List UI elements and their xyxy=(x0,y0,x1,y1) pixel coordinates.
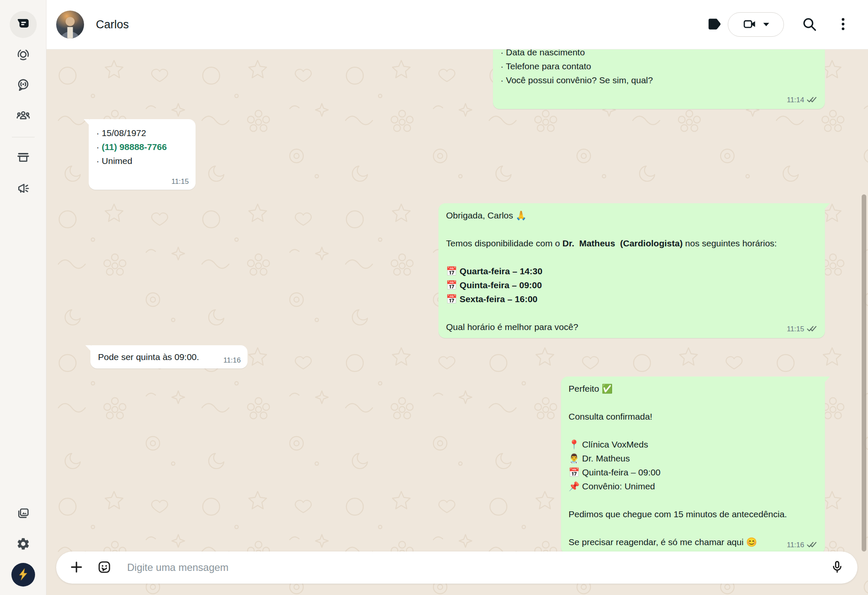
sidebar-item-chats[interactable] xyxy=(10,11,37,38)
message-bubble-in[interactable]: · 15/08/1972· (11) 98888-7766· Unimed11:… xyxy=(89,119,196,190)
double-check-icon xyxy=(807,324,818,334)
message-meta: 11:16 xyxy=(787,540,818,550)
plus-icon xyxy=(69,560,84,576)
mic-icon xyxy=(830,560,844,576)
sidebar-item-media[interactable] xyxy=(10,500,37,527)
media-icon xyxy=(16,506,30,522)
message-line: Pode ser quinta às 09:00. xyxy=(98,350,212,364)
message-time: 11:14 xyxy=(787,96,804,104)
message-line: 📅 Sexta-feira – 16:00 xyxy=(446,292,817,306)
chat-panel: Carlos xyxy=(46,0,868,595)
message-line: 👨‍⚕️ Dr. Matheus xyxy=(569,451,817,465)
menu-button[interactable] xyxy=(835,16,851,33)
message-line: Perfeito ✅ xyxy=(569,382,817,396)
message-bubble-in[interactable]: Pode ser quinta às 09:00.11:16 xyxy=(90,345,248,368)
message-line: 📅 Quarta-feira – 14:30 xyxy=(446,264,817,278)
message-line: · Unimed xyxy=(96,154,188,168)
status-updates-icon xyxy=(16,47,30,63)
message-line: · Telefone para contato xyxy=(501,59,817,73)
chat-scrollbar[interactable] xyxy=(862,194,866,551)
message-line: · (11) 98888-7766 xyxy=(96,140,188,154)
contact-avatar[interactable] xyxy=(56,11,84,38)
profile-avatar[interactable] xyxy=(11,563,35,587)
sidebar-item-settings[interactable] xyxy=(10,531,37,558)
message-line: Consulta confirmada! xyxy=(569,409,817,423)
video-call-icon xyxy=(743,17,757,33)
contact-name[interactable]: Carlos xyxy=(96,18,129,31)
sticker-icon xyxy=(97,560,112,576)
message-line: 📅 Quinta-feira – 09:00 xyxy=(569,465,817,479)
message-input[interactable] xyxy=(126,561,826,574)
message-line: Qual horário é melhor para você? xyxy=(446,320,817,334)
chat-header: Carlos xyxy=(46,0,868,49)
message-composer xyxy=(56,551,857,584)
gear-icon xyxy=(16,537,30,552)
storefront-icon xyxy=(16,151,30,166)
sidebar-item-communities[interactable] xyxy=(10,102,37,129)
message-line: Temos disponibilidade com o Dr. Matheus … xyxy=(446,236,817,250)
message-time: 11:16 xyxy=(223,356,241,365)
message-bubble-out[interactable]: Perfeito ✅ Consulta confirmada! 📍 Clínic… xyxy=(561,377,825,554)
double-check-icon xyxy=(807,540,818,550)
kebab-menu-icon xyxy=(835,16,851,33)
chat-area: · Data de nascimento· Telefone para cont… xyxy=(46,49,868,595)
message-line: · Data de nascimento xyxy=(501,49,817,59)
message-line: · Você possui convênio? Se sim, qual? xyxy=(501,73,817,87)
message-bubble-out[interactable]: Obrigada, Carlos 🙏 Temos disponibilidade… xyxy=(438,203,825,338)
sidebar-item-status[interactable] xyxy=(10,41,37,68)
message-line xyxy=(569,423,817,437)
channels-icon xyxy=(16,78,30,93)
sidebar xyxy=(0,0,46,595)
lightning-bolt-icon xyxy=(16,567,30,583)
whatsapp-app: Carlos xyxy=(0,0,868,595)
chevron-down-icon xyxy=(763,22,770,28)
label-button[interactable] xyxy=(706,16,722,33)
attach-button[interactable] xyxy=(65,557,87,579)
message-meta: 11:16 xyxy=(223,356,241,365)
message-line: Pedimos que chegue com 15 minutos de ant… xyxy=(569,507,817,521)
search-button[interactable] xyxy=(801,16,817,33)
message-line xyxy=(446,222,817,236)
communities-icon xyxy=(16,108,30,124)
megaphone-icon xyxy=(16,181,30,197)
sticker-button[interactable] xyxy=(93,557,115,579)
message-time: 11:16 xyxy=(787,541,804,549)
message-meta: 11:15 xyxy=(787,324,818,334)
message-time: 11:15 xyxy=(787,325,804,333)
phone-number-link[interactable]: (11) 98888-7766 xyxy=(102,142,167,152)
label-icon xyxy=(706,16,722,33)
video-call-button[interactable] xyxy=(728,12,784,37)
double-check-icon xyxy=(807,95,818,105)
message-line xyxy=(446,250,817,264)
message-meta: 11:14 xyxy=(787,95,818,105)
message-meta: 11:15 xyxy=(171,177,189,186)
search-icon xyxy=(801,16,817,33)
message-line xyxy=(569,396,817,409)
message-bubble-out[interactable]: · Data de nascimento· Telefone para cont… xyxy=(493,49,825,109)
message-line: · 15/08/1972 xyxy=(96,126,188,140)
message-line: Se precisar reagendar, é só me chamar aq… xyxy=(569,535,817,549)
message-line xyxy=(569,521,817,535)
chats-icon xyxy=(16,17,30,33)
message-line: 📍 Clínica VoxMeds xyxy=(569,437,817,451)
sidebar-item-advertise[interactable] xyxy=(10,175,37,202)
message-line: 📌 Convênio: Unimed xyxy=(569,479,817,493)
sidebar-divider xyxy=(12,137,35,137)
message-time: 11:15 xyxy=(171,177,189,186)
sidebar-item-channels[interactable] xyxy=(10,72,37,99)
message-line: 📅 Quinta-feira – 09:00 xyxy=(446,278,817,292)
sidebar-item-business-tools[interactable] xyxy=(10,145,37,172)
message-line xyxy=(569,493,817,507)
message-line: Obrigada, Carlos 🙏 xyxy=(446,208,817,222)
voice-message-button[interactable] xyxy=(826,557,848,579)
message-line xyxy=(446,306,817,320)
